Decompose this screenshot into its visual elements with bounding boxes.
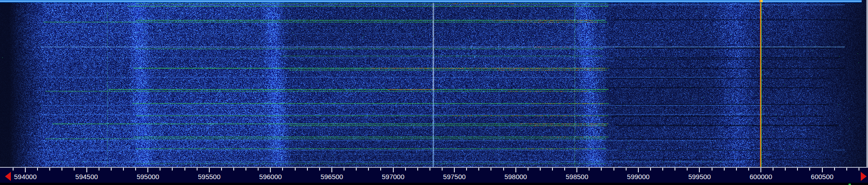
frequency-tick [528,168,528,171]
frequency-tick [111,168,112,171]
frequency-tick [454,168,455,172]
frequency-tick [356,168,357,171]
frequency-tick [712,168,712,171]
frequency-tick [405,168,406,171]
frequency-tick [160,168,160,171]
frequency-tick-label: 597500 [443,173,466,180]
frequency-tick [540,168,541,171]
frequency-tick [282,168,283,171]
frequency-tick [687,168,688,171]
frequency-tick [466,168,467,171]
frequency-tick [86,168,87,172]
frequency-tick [245,168,246,171]
scroll-left-arrow-button[interactable] [5,172,11,181]
frequency-tick [699,168,700,172]
frequency-tick [797,168,798,171]
frequency-tick [638,168,639,172]
frequency-tick-label: 596500 [321,173,343,180]
scroll-right-arrow-button[interactable] [861,172,867,181]
frequency-tick [368,168,369,171]
frequency-tick-label: 595000 [137,173,159,180]
frequency-tick [662,168,663,171]
frequency-tick [491,168,491,171]
frequency-tick [834,168,835,171]
frequency-tick-label: 599500 [688,173,711,180]
frequency-tick [184,168,185,171]
frequency-tick [589,168,590,171]
frequency-tick [809,168,810,171]
frequency-tick [13,168,14,171]
frequency-tick [613,168,614,171]
frequency-tick-label: 594000 [14,173,37,180]
frequency-scale-ruler[interactable]: 5940005945005950005955005960005965005970… [0,167,868,185]
frequency-tick [564,168,565,171]
frequency-tick [417,168,418,171]
frequency-tick-label: 594500 [75,173,98,180]
frequency-tick [846,168,847,171]
frequency-tick [760,168,761,172]
frequency-tick-label: 595500 [198,173,221,180]
frequency-tick [748,168,749,171]
frequency-tick [61,168,62,171]
frequency-tick [822,168,823,172]
frequency-tick-label: 598000 [505,173,527,180]
frequency-tick [552,168,553,171]
frequency-tick [37,168,38,171]
window-right-border [866,0,868,167]
frequency-tick [785,168,786,171]
frequency-tick [270,168,271,172]
frequency-tick-label: 598500 [566,173,588,180]
frequency-tick-label: 596000 [259,173,282,180]
frequency-tick [344,168,344,171]
frequency-tick [393,168,394,172]
frequency-tick [576,168,577,172]
frequency-tick [736,168,737,171]
frequency-tick [209,168,210,172]
frequency-tick [319,168,320,171]
frequency-tick-label: 597000 [382,173,404,180]
frequency-tick [503,168,504,171]
frequency-tick [172,168,173,171]
frequency-tick [197,168,198,171]
frequency-tick [221,168,222,171]
frequency-tick [258,168,259,171]
frequency-tick [25,168,26,172]
frequency-tick [724,168,725,171]
waterfall-display[interactable] [0,0,868,167]
frequency-tick [233,168,234,171]
frequency-tick [859,168,859,171]
frequency-tick [147,168,148,172]
frequency-tick [307,168,308,171]
frequency-tick [331,168,332,172]
frequency-tick [675,168,675,171]
frequency-tick [442,168,443,171]
frequency-tick [295,168,296,171]
frequency-tick-label: 600500 [811,173,834,180]
frequency-tick-label: 599000 [627,173,650,180]
frequency-tick [601,168,602,171]
frequency-tick [429,168,430,171]
frequency-tick [478,168,479,171]
frequency-tick [74,168,75,171]
frequency-tick [123,168,124,171]
frequency-tick [650,168,651,171]
frequency-tick [135,168,136,171]
frequency-tick [99,168,99,171]
sdr-window: 5940005945005950005955005960005965005970… [0,0,868,185]
frequency-tick-label: 600000 [750,173,772,180]
frequency-tick [380,168,381,171]
frequency-tick [773,168,774,171]
frequency-tick [626,168,627,171]
frequency-tick [49,168,50,171]
frequency-tick [515,168,516,172]
